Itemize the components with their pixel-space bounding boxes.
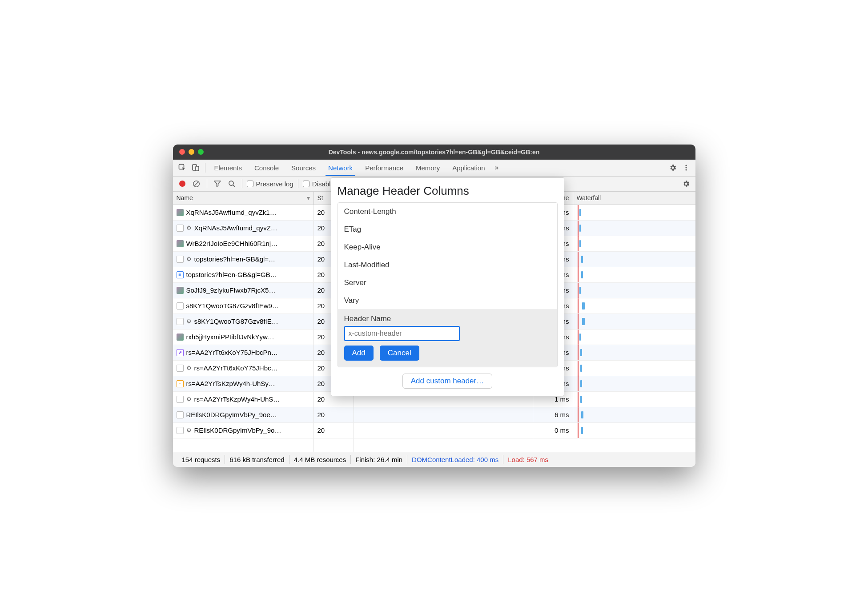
request-name: rxh5jjHyxmiPPtibfIJvNkYyw… [186,333,310,341]
svg-point-4 [685,167,687,168]
close-window-button[interactable] [179,149,185,155]
waterfall-bar [581,271,583,278]
request-name: XqRNAsJ5AwfIumd_qyvZk1… [186,209,310,216]
clear-icon[interactable] [191,178,202,189]
request-name: topstories?hl=en-GB&gl=GB… [186,271,310,278]
tab-application[interactable]: Application [446,159,491,176]
waterfall-bar [580,380,582,387]
waterfall-bar [580,396,582,403]
request-name: s8KY1QwooTG87Gzv8fIEw9… [186,302,310,310]
add-button[interactable]: Add [344,346,374,361]
header-item[interactable]: Server [338,274,557,292]
tab-memory[interactable]: Memory [410,159,446,176]
tab-performance[interactable]: Performance [359,159,410,176]
gear-icon: ⚙ [186,256,192,262]
waterfall-bar [581,256,583,263]
header-item[interactable]: ETag [338,221,557,238]
header-item[interactable]: Keep-Alive [338,238,557,256]
finish-time: Finish: 26.4 min [351,456,407,463]
gear-icon: ⚙ [186,318,192,325]
cancel-button[interactable]: Cancel [380,346,419,361]
dialog-title: Manage Header Columns [338,184,558,198]
maximize-window-button[interactable] [198,149,204,155]
filter-icon[interactable] [212,178,223,189]
waterfall-bar [582,302,585,310]
header-name-label: Header Name [344,314,551,323]
request-name: rs=AA2YrTsKzpWy4h-UhSy… [186,380,310,387]
gear-icon: ⚙ [186,396,192,402]
traffic-lights [179,149,204,155]
waterfall-bar [581,411,583,418]
tab-network[interactable]: Network [322,159,359,176]
tab-console[interactable]: Console [248,159,285,176]
preserve-log-checkbox[interactable]: Preserve log [247,180,293,188]
header-item[interactable]: Last-Modified [338,256,557,274]
waterfall-bar [580,365,582,372]
header-name-input[interactable] [344,326,460,341]
inspect-element-icon[interactable] [176,161,189,174]
more-options-icon[interactable] [679,161,693,174]
window-title: DevTools - news.google.com/topstories?hl… [173,149,695,156]
settings-icon[interactable] [666,161,679,174]
waterfall-bar [579,334,581,341]
svg-line-9 [233,185,235,187]
waterfall-bar [579,240,581,247]
load-time: Load: 567 ms [503,456,553,463]
request-name: rs=AA2YrTt6xKoY75JHbc… [194,364,310,372]
request-name: WrB22rIJoIoEe9CHhi60R1nj… [186,240,310,247]
manage-header-columns-dialog: Manage Header Columns Content-LengthETag… [331,177,564,396]
preserve-log-label: Preserve log [256,180,293,188]
search-icon[interactable] [226,178,237,189]
minimize-window-button[interactable] [189,149,194,155]
waterfall-bar [579,225,581,232]
waterfall-bar [581,427,583,434]
tab-elements[interactable]: Elements [208,159,249,176]
network-settings-icon[interactable] [680,178,692,189]
transferred-size: 616 kB transferred [225,456,289,463]
tab-sources[interactable]: Sources [285,159,322,176]
header-list: Content-LengthETagKeep-AliveLast-Modifie… [338,202,558,367]
dom-content-loaded: DOMContentLoaded: 400 ms [407,456,503,463]
column-name[interactable]: Name ▾ [173,192,314,205]
status-bar: 154 requests 616 kB transferred 4.4 MB r… [173,452,695,467]
request-time: 6 ms [533,407,573,422]
request-name: XqRNAsJ5AwfIumd_qyvZ… [194,224,310,232]
request-name: topstories?hl=en-GB&gl=… [194,255,310,263]
waterfall-bar [579,209,581,216]
resources-size: 4.4 MB resources [289,456,351,463]
request-status: 20 [314,407,354,422]
waterfall-bar [580,349,582,356]
table-row[interactable]: REIlsK0DRGpyImVbPy_9oe…206 ms [173,407,695,423]
request-status: 20 [314,423,354,438]
request-name: s8KY1QwooTG87Gzv8fIE… [194,318,310,325]
table-row[interactable]: ⚙REIlsK0DRGpyImVbPy_9o…200 ms [173,423,695,438]
request-name: rs=AA2YrTsKzpWy4h-UhS… [194,395,310,403]
request-name: REIlsK0DRGpyImVbPy_9o… [194,426,310,434]
request-name: REIlsK0DRGpyImVbPy_9oe… [186,411,310,418]
add-custom-header-button[interactable]: Add custom header… [402,374,492,389]
header-item[interactable]: Vary [338,292,557,310]
svg-point-5 [685,169,687,170]
add-header-section: Header Name Add Cancel [338,310,557,367]
header-item[interactable]: Content-Length [338,203,557,221]
gear-icon: ⚙ [186,225,192,231]
waterfall-bar [582,318,585,325]
more-tabs-icon[interactable]: » [491,164,502,172]
svg-point-3 [685,165,687,166]
svg-point-8 [229,181,233,185]
svg-rect-2 [196,166,199,171]
panel-tabs: ElementsConsoleSourcesNetworkPerformance… [173,160,695,177]
requests-count: 154 requests [177,456,225,463]
titlebar: DevTools - news.google.com/topstories?hl… [173,145,695,160]
gear-icon: ⚙ [186,427,192,434]
request-name: SoJfJ9_9zIykuFIwxb7RjcX5… [186,286,310,294]
record-button[interactable] [179,181,185,187]
request-time: 0 ms [533,423,573,438]
device-toolbar-icon[interactable] [189,161,202,174]
svg-line-7 [194,182,198,186]
devtools-window: DevTools - news.google.com/topstories?hl… [173,145,695,467]
column-waterfall[interactable]: Waterfall [573,192,695,205]
gear-icon: ⚙ [186,365,192,371]
waterfall-bar [579,287,581,294]
sort-indicator-icon: ▾ [307,194,310,201]
